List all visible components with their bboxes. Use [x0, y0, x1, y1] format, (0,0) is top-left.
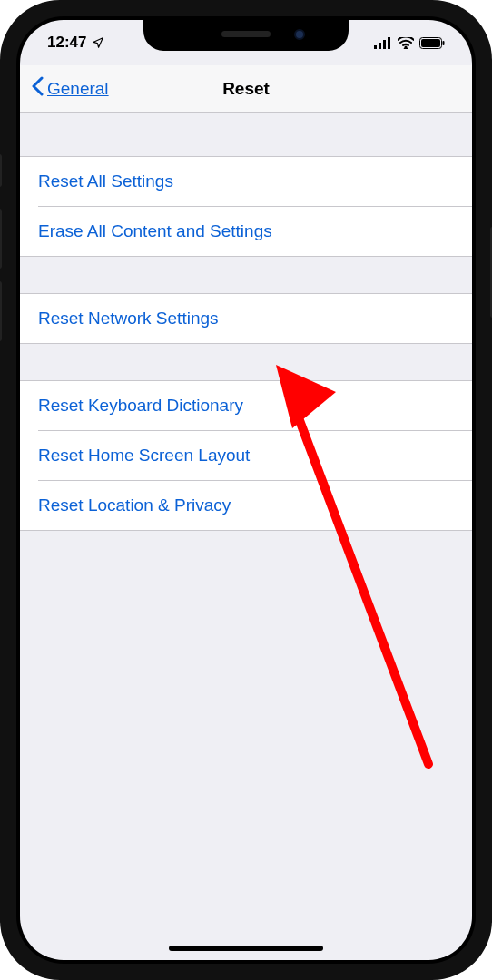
page-title: Reset	[222, 79, 270, 99]
content-area: Reset All Settings Erase All Content and…	[20, 113, 472, 960]
front-camera	[294, 29, 305, 40]
erase-all-content-row[interactable]: Erase All Content and Settings	[20, 207, 472, 256]
svg-rect-0	[374, 45, 377, 49]
reset-location-privacy-row[interactable]: Reset Location & Privacy	[20, 481, 472, 530]
row-label: Reset All Settings	[38, 172, 173, 191]
settings-group: Reset Keyboard Dictionary Reset Home Scr…	[20, 380, 472, 531]
chevron-left-icon	[31, 76, 44, 101]
speaker	[221, 31, 271, 37]
phone-bezel: 12:47	[16, 16, 476, 964]
battery-icon	[419, 37, 445, 49]
volume-up-button	[0, 209, 2, 269]
settings-group: Reset All Settings Erase All Content and…	[20, 156, 472, 257]
reset-home-screen-row[interactable]: Reset Home Screen Layout	[20, 431, 472, 480]
reset-all-settings-row[interactable]: Reset All Settings	[20, 157, 472, 206]
settings-group: Reset Network Settings	[20, 293, 472, 344]
navigation-bar: General Reset	[20, 65, 472, 113]
back-button[interactable]: General	[31, 65, 109, 112]
row-label: Reset Home Screen Layout	[38, 446, 250, 466]
svg-rect-6	[421, 39, 440, 47]
svg-point-4	[405, 45, 408, 48]
phone-screen: 12:47	[20, 20, 472, 960]
phone-frame: 12:47	[0, 0, 492, 980]
row-label: Reset Network Settings	[38, 309, 219, 328]
svg-rect-7	[443, 41, 445, 45]
home-indicator[interactable]	[169, 946, 323, 951]
status-time: 12:47	[47, 34, 86, 52]
volume-down-button	[0, 281, 2, 341]
location-icon	[92, 36, 104, 49]
wifi-icon	[398, 37, 414, 49]
mute-switch	[0, 154, 2, 187]
svg-rect-1	[379, 43, 381, 49]
svg-rect-3	[388, 37, 390, 49]
cellular-icon	[374, 37, 392, 49]
row-label: Reset Keyboard Dictionary	[38, 396, 243, 416]
reset-network-settings-row[interactable]: Reset Network Settings	[20, 294, 472, 343]
svg-rect-2	[383, 40, 386, 49]
row-label: Reset Location & Privacy	[38, 495, 231, 515]
reset-keyboard-dictionary-row[interactable]: Reset Keyboard Dictionary	[20, 381, 472, 430]
notch	[143, 20, 349, 51]
row-label: Erase All Content and Settings	[38, 221, 272, 241]
back-label: General	[47, 79, 109, 99]
